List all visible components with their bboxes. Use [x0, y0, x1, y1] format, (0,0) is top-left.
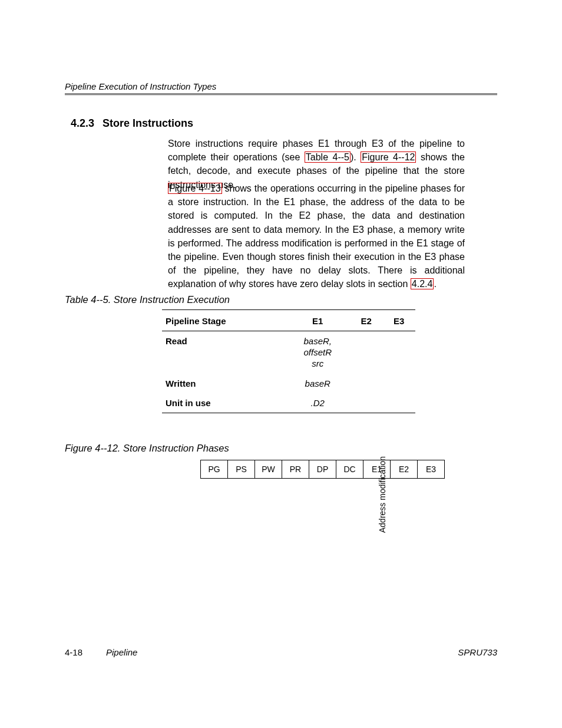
- table-row: Read baseR, offsetR src: [162, 331, 415, 374]
- th-e1: E1: [286, 310, 350, 331]
- p2-text-a: shows the operations occurring in the pi…: [168, 183, 465, 289]
- section-heading: 4.2.3Store Instructions: [71, 117, 193, 130]
- table-caption: Table 4--5. Store Instruction Execution: [65, 294, 230, 305]
- table-row: Unit in use .D2: [162, 393, 415, 413]
- running-header: Pipeline Execution of Instruction Types: [65, 81, 497, 91]
- p1-text-b: ).: [351, 152, 361, 162]
- phase-box-pg: PG: [200, 460, 227, 479]
- phase-box-pr: PR: [282, 460, 309, 479]
- cell-e2: [350, 374, 383, 393]
- phase-box-e3: E3: [417, 460, 445, 479]
- cell-e2: [350, 393, 383, 413]
- paragraph-2: Figure 4--13 shows the operations occurr…: [168, 182, 465, 291]
- page: Pipeline Execution of Instruction Types …: [0, 0, 562, 728]
- xref-table-4-5[interactable]: Table 4--5: [305, 151, 351, 163]
- table-4-5: Pipeline Stage E1 E2 E3 Read baseR, offs…: [162, 309, 415, 413]
- table-row: Written baseR: [162, 374, 415, 393]
- header-rule: [65, 93, 497, 95]
- th-pipeline-stage: Pipeline Stage: [162, 310, 286, 331]
- xref-figure-4-13[interactable]: Figure 4--13: [168, 183, 222, 194]
- xref-section-4-2-4[interactable]: 4.2.4: [411, 278, 434, 289]
- cell-e3: [382, 331, 415, 374]
- cell-e3: [382, 374, 415, 393]
- page-number: 4-18: [65, 647, 82, 657]
- phase-box-e2: E2: [390, 460, 417, 479]
- cell-e3: [382, 393, 415, 413]
- row-label: Read: [162, 331, 286, 374]
- section-number: 4.2.3: [71, 117, 94, 129]
- figure-4-12: PG PS PW PR DP DC E1 E2 E3: [200, 460, 445, 479]
- cell-e1: baseR, offsetR src: [286, 331, 350, 374]
- cell-e1: .D2: [286, 393, 350, 413]
- th-e3: E3: [382, 310, 415, 331]
- figure-caption: Figure 4--12. Store Instruction Phases: [65, 443, 229, 454]
- phase-box-dc: DC: [336, 460, 363, 479]
- phase-box-ps: PS: [227, 460, 254, 479]
- cell-e1: baseR: [286, 374, 350, 393]
- p2-text-b: .: [434, 279, 436, 289]
- chapter-name: Pipeline: [106, 647, 137, 657]
- xref-figure-4-12[interactable]: Figure 4--12: [361, 151, 416, 163]
- phase-box-dp: DP: [309, 460, 336, 479]
- th-e2: E2: [350, 310, 383, 331]
- table-header-row: Pipeline Stage E1 E2 E3: [162, 310, 415, 331]
- phase-box-pw: PW: [254, 460, 282, 479]
- section-title: Store Instructions: [103, 117, 193, 129]
- figure-annotation: Address modification: [370, 482, 388, 535]
- document-id: SPRU733: [458, 647, 497, 657]
- page-footer: 4-18 Pipeline SPRU733: [65, 647, 497, 657]
- row-label: Unit in use: [162, 393, 286, 413]
- row-label: Written: [162, 374, 286, 393]
- annotation-text: Address modification: [378, 480, 386, 533]
- cell-e2: [350, 331, 383, 374]
